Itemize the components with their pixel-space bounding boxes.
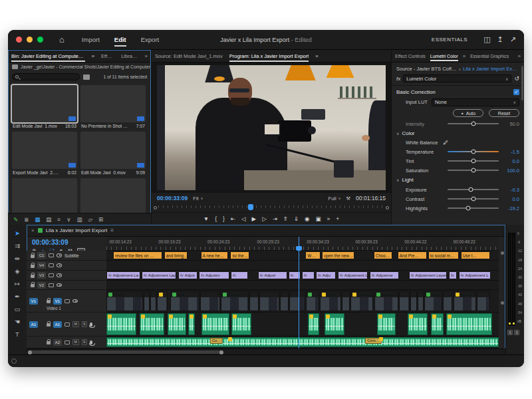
more-buttons-icon[interactable]: » <box>327 215 331 222</box>
solo-right-button[interactable]: S <box>514 330 519 335</box>
intensity-slider[interactable] <box>448 123 499 124</box>
edit-in-place-icon[interactable]: ✎ <box>13 216 18 223</box>
track-lock-icon[interactable] <box>31 265 35 268</box>
track-badge-v1[interactable]: V1 <box>53 298 62 305</box>
video-clip[interactable]: Save <box>454 291 476 311</box>
video-clip[interactable] <box>157 291 168 311</box>
tab-essential-graphics[interactable]: Essential Graphics <box>470 51 509 61</box>
slider-knob[interactable] <box>471 122 475 126</box>
add-marker-icon[interactable]: ▼ <box>203 215 209 222</box>
adjustment-layer-clip[interactable]: fxAdjustm <box>199 271 229 279</box>
mark-out-icon[interactable]: } <box>223 215 225 222</box>
video-clip[interactable]: Nested S <box>374 291 398 311</box>
sort-order-icon[interactable]: ∨ <box>66 216 70 223</box>
video-clip[interactable]: Hide L <box>424 291 442 311</box>
vertical-scrollbar[interactable] <box>501 251 504 305</box>
list-view-icon[interactable]: ≣ <box>24 216 29 223</box>
slider-track[interactable] <box>448 151 499 152</box>
sequence-link[interactable]: Lila x Javier Import Export - Jav… <box>463 66 519 72</box>
mode-tab[interactable]: Edit <box>114 33 126 46</box>
track-badge-v2[interactable]: V2 <box>37 282 46 289</box>
extract-icon[interactable]: ⇓ <box>294 215 299 222</box>
close-sequence-icon[interactable]: × <box>31 227 35 233</box>
slider-value[interactable]: -0.3 <box>503 187 519 193</box>
tab-overflow-icon[interactable]: » <box>145 53 148 59</box>
video-clip[interactable]: Nested S <box>221 291 249 311</box>
maximize-window-button[interactable] <box>37 37 43 43</box>
track-visibility-icon[interactable] <box>57 273 62 277</box>
reset-effect-icon[interactable]: ↺ <box>514 75 519 82</box>
play-icon[interactable]: ▶ <box>252 215 257 222</box>
track-select-forward-tool[interactable]: ⇉ <box>11 240 24 251</box>
clip-thumbnail[interactable] <box>12 178 77 213</box>
basic-correction-section[interactable]: Basic Correction ✓ <box>396 87 519 97</box>
new-item-icon[interactable]: ⊞ <box>98 216 103 223</box>
source-patch-icon[interactable] <box>49 283 54 287</box>
timeline-playhead[interactable] <box>299 237 299 348</box>
go-to-in-icon[interactable]: ⇤ <box>231 215 235 222</box>
horizontal-scrollbar[interactable] <box>27 348 505 354</box>
track-badge-a2[interactable]: A2 <box>53 339 62 346</box>
audio-clip[interactable] <box>106 313 136 335</box>
home-icon[interactable]: ⌂ <box>59 35 65 45</box>
panel-menu-icon[interactable]: ≡ <box>110 227 114 233</box>
razor-tool[interactable]: ◈ <box>11 265 24 277</box>
auto-button[interactable]: ✦Auto <box>453 109 483 117</box>
track-visibility-icon[interactable] <box>57 263 62 267</box>
clip-keyframe-label[interactable]: Co… <box>210 338 223 344</box>
rectangle-tool[interactable]: ▭ <box>11 303 24 315</box>
new-bin-icon[interactable]: ▱ <box>88 216 93 223</box>
panel-menu-icon[interactable]: ≡ <box>463 54 466 59</box>
slider-value[interactable]: 100.0 <box>503 168 519 174</box>
slider-value[interactable]: 0.0 <box>503 196 519 202</box>
step-forward-icon[interactable]: ▷ <box>262 215 267 222</box>
track-badge-v3[interactable]: V3 <box>37 272 46 279</box>
adjustment-layer-clip[interactable]: fxAdjustment La <box>106 271 140 279</box>
music-audio-clip[interactable] <box>106 337 499 347</box>
adjustment-layer-clip[interactable]: fxAdjustment Layer <box>409 271 447 279</box>
filmstrip-view-icon[interactable]: ▤ <box>46 216 51 223</box>
adjustment-layer-clip[interactable]: fxAdju <box>316 271 336 279</box>
track-lock-icon[interactable] <box>47 300 51 303</box>
source-clip-select[interactable]: Source - Javier BTS Coffee Shoot… <box>396 66 457 72</box>
video-clip[interactable] <box>477 291 490 311</box>
solo-left-button[interactable]: S <box>507 330 513 335</box>
step-back-icon[interactable]: ◁ <box>241 215 246 222</box>
track-lock-icon[interactable] <box>31 275 35 278</box>
source-patch-v1[interactable]: V1 <box>29 298 38 305</box>
v4-lane[interactable] <box>106 261 499 271</box>
slider-value[interactable]: 0.0 <box>503 158 519 164</box>
slider-knob[interactable] <box>471 168 475 173</box>
audio-clip[interactable] <box>325 313 344 335</box>
track-visibility-icon[interactable] <box>72 299 78 303</box>
source-patch-icon[interactable] <box>65 323 70 327</box>
mute-button[interactable]: M <box>72 339 79 345</box>
icon-view-icon[interactable]: ▦ <box>35 216 40 223</box>
slip-tool[interactable]: ↦ <box>11 278 24 289</box>
video-clip[interactable] <box>443 291 452 311</box>
input-lut-select[interactable]: None∨ <box>432 98 519 106</box>
adjustment-layer-clip[interactable]: fxAdjus <box>178 271 198 279</box>
video-clip[interactable] <box>399 291 410 311</box>
caption-clip[interactable]: And Pre… <box>398 251 427 259</box>
slider-value[interactable]: -19.2 <box>503 205 519 211</box>
audio-clip[interactable] <box>140 313 164 335</box>
freeform-view-icon[interactable]: ▥ <box>77 216 82 223</box>
panel-menu-icon[interactable]: ≡ <box>315 53 318 59</box>
slider-knob[interactable] <box>471 150 475 154</box>
tab-effects[interactable]: Effects <box>101 51 114 62</box>
monitor-playhead[interactable] <box>248 204 253 210</box>
clip-thumbnail[interactable] <box>80 178 146 213</box>
video-clip[interactable] <box>144 291 150 311</box>
color-section-header[interactable]: ∨Color <box>396 128 519 138</box>
slider-knob[interactable] <box>471 159 475 164</box>
v2-lane[interactable] <box>106 281 499 290</box>
voiceover-record-icon[interactable] <box>90 323 92 327</box>
track-badge-a1[interactable]: A1 <box>53 321 62 328</box>
go-to-out-icon[interactable]: ⇥ <box>273 215 277 222</box>
pen-tool[interactable]: ✒ <box>11 291 24 302</box>
ripple-edit-tool[interactable]: ⇹ <box>11 253 24 264</box>
video-clip[interactable] <box>150 291 156 311</box>
sort-icons-icon[interactable]: ≡ <box>57 216 61 223</box>
caption-clip[interactable]: so the… <box>230 251 249 259</box>
